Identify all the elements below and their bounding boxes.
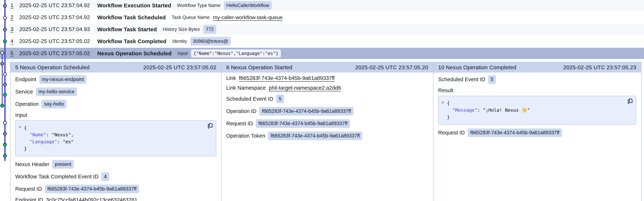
event-attr-value: 772 bbox=[203, 25, 216, 34]
detail-field-row: Nexus Header present bbox=[15, 160, 216, 169]
copy-icon bbox=[207, 123, 213, 129]
detail-field-row: Scheduled Event ID 5 bbox=[226, 95, 428, 103]
panel-header: 6 Nexus Operation Started 2025-02-25 UTC… bbox=[222, 62, 433, 73]
field-label: Nexus Header bbox=[15, 161, 49, 167]
payload-code-block: ˅{"Name": "Nexus","Language": "es"} bbox=[15, 120, 216, 156]
field-value-link[interactable]: 3c0c75ccfa8144b092c13ce632463761 bbox=[46, 197, 138, 201]
field-value-badge: my-nexus-endpoint bbox=[39, 75, 86, 84]
json-text: : bbox=[57, 139, 63, 144]
event-attr-label: History Size Bytes bbox=[163, 27, 200, 32]
code-line: ˅{ bbox=[442, 100, 623, 107]
panel-header: 5 Nexus Operation Scheduled 2025-02-25 U… bbox=[10, 62, 221, 73]
event-id-link[interactable]: 1 bbox=[10, 3, 19, 9]
event-row-1[interactable]: 1 2025-02-25 UTC 23:57:04.92 Workflow Ex… bbox=[0, 0, 644, 12]
code-line: } bbox=[18, 145, 203, 152]
field-value-badge: f665283f-743e-4374-b45b-9a61a89337ff bbox=[268, 132, 362, 140]
event-row-4[interactable]: 4 2025-02-25 UTC 23:57:05.02 Workflow Ta… bbox=[0, 36, 644, 48]
event-timeline bbox=[0, 0, 10, 201]
detail-field-row: Operation Token f665283f-743e-4374-b45b-… bbox=[226, 132, 428, 140]
json-text: : bbox=[477, 107, 483, 113]
json-text: "Nexus", bbox=[52, 132, 74, 137]
field-value-badge: f665283f-743e-4374-b45b-9a61a89337ff bbox=[259, 107, 354, 116]
json-text: } bbox=[24, 146, 27, 151]
code-line: "Message": "¡Hola! Nexus 👋" bbox=[442, 107, 623, 114]
event-attr-label: Input bbox=[178, 51, 188, 56]
field-value-link[interactable]: phil-target-namespace2.a2dd6 bbox=[269, 85, 341, 91]
field-value-badge: my-hello-service bbox=[36, 87, 77, 96]
event-detail-panel-1: 5 Nexus Operation Scheduled 2025-02-25 U… bbox=[10, 62, 221, 201]
code-line: "Name": "Nexus", bbox=[18, 131, 203, 138]
field-label: Link bbox=[226, 75, 236, 81]
detail-field-row: Endpoint ID 3c0c75ccfa8144b092c13ce63246… bbox=[15, 197, 216, 201]
event-id-link[interactable]: 2 bbox=[10, 14, 19, 20]
timeline-node-event-11 bbox=[4, 121, 6, 124]
panel-header: 10 Nexus Operation Completed 2025-02-25 … bbox=[433, 62, 641, 73]
json-text: : bbox=[46, 132, 52, 137]
timeline-node-event-10 bbox=[1, 104, 4, 107]
collapse-chevron-icon[interactable]: ˅ bbox=[442, 99, 446, 106]
detail-field-row: Service my-hello-service bbox=[15, 87, 216, 96]
field-label: Endpoint bbox=[15, 76, 36, 83]
collapse-chevron-icon[interactable]: ˅ bbox=[18, 124, 23, 131]
panel-timestamp: 2025-02-25 UTC 23:57:05.20 bbox=[355, 64, 428, 71]
copy-button[interactable] bbox=[627, 98, 633, 105]
timeline-node-event-6 bbox=[1, 62, 4, 65]
event-history-list: 1 2025-02-25 UTC 23:57:04.92 Workflow Ex… bbox=[0, 0, 644, 60]
code-line: } bbox=[442, 114, 623, 121]
timeline-node-event-9 bbox=[4, 93, 6, 96]
field-label: Link Namespace bbox=[226, 85, 266, 91]
event-detail-panel-2: 6 Nexus Operation Started 2025-02-25 UTC… bbox=[221, 62, 433, 201]
field-label: Operation bbox=[15, 101, 38, 107]
event-attr-label: Workflow Type Name bbox=[177, 3, 220, 8]
event-title: Workflow Task Completed bbox=[97, 38, 166, 45]
event-row-5[interactable]: 5 2025-02-25 UTC 23:57:05.02 Nexus Opera… bbox=[0, 48, 644, 60]
field-value-badge: 5 bbox=[488, 75, 496, 84]
timeline-node-event-3 bbox=[4, 28, 6, 31]
json-text: { bbox=[447, 101, 450, 106]
field-value-link[interactable]: f665283f-743e-4374-b45b-9a61a89337ff bbox=[239, 75, 335, 81]
field-label: Request ID bbox=[438, 130, 465, 136]
timeline-node-event-12 bbox=[4, 132, 6, 135]
field-label: Request ID bbox=[15, 186, 42, 192]
timeline-node-event-14 bbox=[4, 154, 6, 157]
event-title: Nexus Operation Scheduled bbox=[97, 50, 172, 57]
detail-field-row: Operation ID f665283f-743e-4374-b45b-9a6… bbox=[226, 107, 428, 116]
detail-field-row: Request ID f665283f-743e-4374-b45b-9a61a… bbox=[226, 119, 428, 128]
panel-body: Link f665283f-743e-4374-b45b-9a61a89337f… bbox=[222, 73, 433, 140]
panel-body: Endpoint my-nexus-endpoint Service my-he… bbox=[10, 73, 221, 201]
event-detail-panel-3: 10 Nexus Operation Completed 2025-02-25 … bbox=[433, 62, 641, 201]
payload-label: Input bbox=[15, 112, 216, 118]
event-attr-value-link[interactable]: my-caller-workflow-task-queue bbox=[213, 15, 283, 20]
event-title: Workflow Execution Started bbox=[97, 3, 171, 9]
field-value-badge: f665283f-743e-4374-b45b-9a61a89337ff bbox=[256, 119, 350, 128]
event-attr-value: {"Name":"Nexus","Language":"es"} bbox=[191, 49, 281, 58]
copy-icon bbox=[627, 98, 633, 105]
panel-title: 10 Nexus Operation Completed bbox=[438, 64, 516, 71]
timeline-node-event-4 bbox=[4, 40, 6, 43]
json-content: ˅{"Name": "Nexus","Language": "es"} bbox=[18, 124, 203, 152]
copy-button[interactable] bbox=[207, 123, 213, 129]
json-content: ˅{"Message": "¡Hola! Nexus 👋"} bbox=[442, 100, 623, 121]
field-value-badge: present bbox=[52, 160, 74, 169]
event-id-link[interactable]: 3 bbox=[10, 26, 19, 32]
field-value-badge: 4 bbox=[101, 172, 109, 181]
event-id-link[interactable]: 4 bbox=[10, 38, 19, 44]
event-id-link[interactable]: 5 bbox=[10, 50, 19, 56]
field-label: Workflow Task Completed Event ID bbox=[15, 174, 98, 180]
panel-timestamp: 2025-02-25 UTC 23:57:05.23 bbox=[563, 64, 636, 71]
payload-code-block: ˅{"Message": "¡Hola! Nexus 👋"} bbox=[438, 96, 636, 125]
field-value-badge: f665283f-743e-4374-b45b-9a61a89337ff bbox=[468, 128, 562, 137]
event-timestamp: 2025-02-25 UTC 23:57:04.92 bbox=[19, 3, 97, 9]
detail-field-row: Workflow Task Completed Event ID 4 bbox=[15, 172, 216, 181]
payload-label: Result bbox=[438, 87, 636, 94]
field-label: Operation Token bbox=[226, 133, 265, 139]
event-timestamp: 2025-02-25 UTC 23:57:04.92 bbox=[19, 14, 97, 20]
timeline-node-event-7 bbox=[4, 73, 6, 76]
code-line: "Language": "es" bbox=[18, 138, 203, 145]
event-detail-panels: 5 Nexus Operation Scheduled 2025-02-25 U… bbox=[10, 62, 642, 201]
event-row-2[interactable]: 2 2025-02-25 UTC 23:57:04.92 Workflow Ta… bbox=[0, 12, 644, 24]
panel-body: Scheduled Event ID 5 Result ˅{"Message":… bbox=[433, 73, 641, 137]
json-key: "Message" bbox=[452, 107, 477, 113]
event-row-3[interactable]: 3 2025-02-25 UTC 23:57:04.93 Workflow Ta… bbox=[0, 24, 644, 36]
json-text: } bbox=[447, 114, 450, 120]
